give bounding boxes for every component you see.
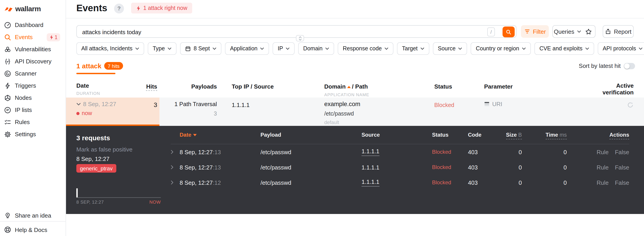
col-domain[interactable]: Domain <box>324 83 346 90</box>
help-icon[interactable]: ? <box>114 4 124 14</box>
col-hits[interactable]: Hits <box>146 83 157 91</box>
queries-label: Queries <box>554 28 574 35</box>
filter-chip-api-protocols[interactable]: API protocols <box>598 42 644 55</box>
sidebar-item-label: API Discovery <box>15 58 52 65</box>
sort-label: Sort by latest hit <box>579 63 621 69</box>
active-tab-underline <box>76 73 116 74</box>
rule-link[interactable]: Rule <box>596 149 609 155</box>
main-area: Events ? 1 attack right now / <box>66 0 644 236</box>
request-row[interactable]: 8 Sep, 12:27:12/etc/passwd1.1.1.1Blocked… <box>171 175 629 190</box>
sidebar-item-nodes[interactable]: Nodes <box>0 92 66 104</box>
search-button[interactable] <box>502 27 515 37</box>
sidebar-item-settings[interactable]: Settings <box>0 128 66 140</box>
sidebar-item-help-docs[interactable]: Help & Docs <box>0 224 66 235</box>
attack-row[interactable]: 8 Sep, 12:27 now 3 1 Path Traversal 3 1.… <box>76 101 634 125</box>
bulb-icon <box>4 212 11 219</box>
sidebar-item-vulnerabilities[interactable]: Vulnerabilities <box>0 43 66 55</box>
sidebar-item-api-discovery[interactable]: API Discovery <box>0 55 66 67</box>
filter-icon <box>524 29 530 34</box>
sidebar-item-scanner[interactable]: Scanner <box>0 67 66 80</box>
request-time: 0 <box>522 179 567 186</box>
sidebar-item-share-an-idea[interactable]: Share an idea <box>0 210 66 221</box>
request-source[interactable]: 1.1.1.1 <box>362 178 380 186</box>
filter-chip-cve-and-exploits[interactable]: CVE and exploits <box>534 42 594 55</box>
sidebar-item-ip-lists[interactable]: IPIP lists <box>0 104 66 116</box>
queries-dropdown[interactable]: Queries <box>552 25 582 38</box>
col-status: Status <box>434 83 452 90</box>
sidebar: wallarm DashboardEvents1VulnerabilitiesA… <box>0 0 66 236</box>
filter-chip-ip[interactable]: IP <box>273 42 295 55</box>
request-row[interactable]: 8 Sep, 12:27:13/etc/passwd1.1.1.1Blocked… <box>171 160 629 175</box>
timeline-bar <box>76 188 78 197</box>
sidebar-item-dashboard[interactable]: Dashboard <box>0 19 66 31</box>
sort-toggle[interactable] <box>624 63 635 69</box>
filter-chip-domain[interactable]: Domain <box>298 42 334 55</box>
active-verification-icon[interactable] <box>627 102 634 108</box>
star-icon <box>585 28 592 35</box>
collapse-chevron-icon[interactable] <box>76 103 81 106</box>
filter-chip-country-or-region[interactable]: Country or region <box>471 42 531 55</box>
col-request-date[interactable]: Date <box>180 132 191 138</box>
filter-chip-target[interactable]: Target <box>397 42 429 55</box>
col-application-name: APPLICATION NAME <box>324 92 434 97</box>
col-request-actions[interactable]: Actions <box>610 132 629 139</box>
request-source[interactable]: 1.1.1.1 <box>362 148 380 156</box>
attack-application: default <box>324 120 434 125</box>
chevron-down-icon <box>135 47 139 50</box>
attack-alert-badge[interactable]: 1 attack right now <box>131 3 192 14</box>
chevron-right-icon[interactable] <box>171 165 180 169</box>
brand-logo[interactable]: wallarm <box>4 5 41 13</box>
request-date: 8 Sep, 12:27:12 <box>180 179 260 186</box>
mark-false-positive-link[interactable]: Mark as false positive <box>76 146 132 153</box>
col-duration: DURATION <box>76 91 144 96</box>
live-dot <box>76 112 80 115</box>
rule-link[interactable]: Rule <box>596 179 609 186</box>
chevron-down-icon <box>639 47 643 50</box>
requests-count: 3 requests <box>76 134 110 142</box>
sidebar-item-events[interactable]: Events1 <box>0 31 66 43</box>
export-icon <box>605 28 611 35</box>
request-row[interactable]: 8 Sep, 12:27:13/etc/passwd1.1.1.1Blocked… <box>171 144 629 160</box>
col-request-time[interactable]: Time <box>546 132 558 138</box>
details-date: 8 Sep, 12:27 <box>76 155 109 162</box>
attack-source-ip[interactable]: 1.1.1.1 <box>232 102 250 108</box>
filter-chip-8-sept[interactable]: 8 Sept <box>180 42 222 55</box>
favorite-query-button[interactable] <box>582 25 596 38</box>
request-actions: RuleFalse <box>567 149 629 155</box>
wallarm-logo-icon <box>4 6 13 12</box>
tab-attacks[interactable]: 1 attack 7 hits <box>76 62 123 70</box>
page-title: Events <box>76 3 107 14</box>
sidebar-item-triggers[interactable]: Triggers <box>0 80 66 92</box>
rule-link[interactable]: Rule <box>596 164 609 171</box>
request-source[interactable]: 1.1.1.1 <box>362 164 380 171</box>
filter-chip-application[interactable]: Application <box>225 42 269 55</box>
filter-chip-response-code[interactable]: Response code <box>338 42 394 55</box>
col-top-ip-source: Top IP / Source <box>232 83 274 90</box>
request-status: Blocked <box>432 164 468 170</box>
col-request-payload: Payload <box>260 132 362 138</box>
false-link[interactable]: False <box>615 164 629 171</box>
search-input[interactable] <box>81 26 469 38</box>
chevron-right-icon[interactable] <box>171 150 180 154</box>
col-request-size[interactable]: Size <box>506 132 517 138</box>
chevron-right-icon[interactable] <box>171 180 180 185</box>
sidebar-item-label: Rules <box>15 119 30 125</box>
attack-tag-chip[interactable]: generic_ptrav <box>76 164 116 173</box>
filter-chip-type[interactable]: Type <box>148 42 176 55</box>
sidebar-item-label: Settings <box>15 131 36 138</box>
search-expand-handle[interactable] <box>296 35 304 41</box>
filter-chip-all-attacks-incidents[interactable]: All attacks, Incidents <box>76 42 144 55</box>
request-code: 403 <box>468 179 500 186</box>
col-date[interactable]: Date <box>76 82 144 89</box>
false-link[interactable]: False <box>615 149 629 155</box>
report-button[interactable]: Report <box>603 25 634 38</box>
filter-button[interactable]: Filter <box>521 25 549 38</box>
col-active-verification: Active <box>574 82 634 89</box>
false-link[interactable]: False <box>615 179 629 186</box>
col-request-source: Source <box>362 132 432 138</box>
filter-chip-source[interactable]: Source <box>433 42 467 55</box>
gear-icon <box>4 131 11 138</box>
attack-domain: example.com <box>324 101 434 107</box>
sidebar-item-rules[interactable]: Rules <box>0 116 66 128</box>
request-time: 0 <box>522 164 567 171</box>
